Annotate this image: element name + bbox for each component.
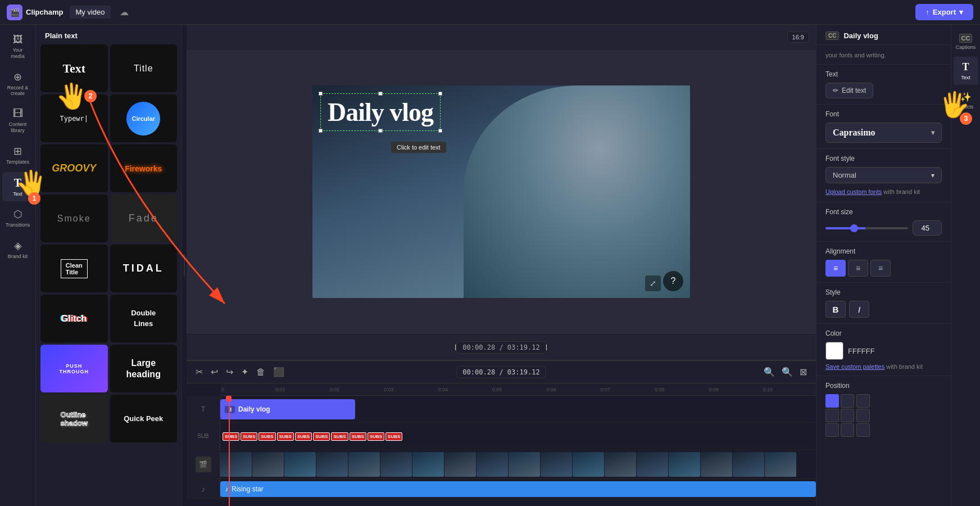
music-clip[interactable]: ♪ Rising star	[220, 481, 816, 497]
pos-btn-bc[interactable]	[841, 423, 854, 437]
video-preview[interactable]: Daily vlog Click to edit text ? ⤢ ›	[312, 85, 690, 298]
subs-block: SUBS SUBS SUBS SUBS SUBS SUBS SUBS SUBS …	[220, 426, 816, 446]
fit-button[interactable]: ⊠	[797, 364, 809, 379]
undo-button[interactable]: ↩	[208, 364, 220, 379]
template-groovy[interactable]: GROOVY	[40, 144, 108, 192]
delete-button[interactable]: 🗑	[254, 365, 267, 379]
template-quick-peek[interactable]: Quick Peek	[110, 395, 178, 442]
font-selector[interactable]: Caprasimo ▾	[825, 123, 942, 143]
sidebar-item-record-create[interactable]: ⊕ Record &create	[2, 66, 34, 102]
sidebar-item-your-media[interactable]: 🖼 Your media	[2, 29, 34, 64]
italic-button[interactable]: I	[849, 301, 869, 318]
template-fireworks[interactable]: Fireworks	[110, 144, 178, 192]
template-circular[interactable]: Circular	[110, 94, 178, 142]
template-glitch[interactable]: Glitch	[40, 295, 108, 342]
help-button[interactable]: ?	[663, 271, 683, 291]
scissors-button[interactable]: ✂	[193, 364, 205, 379]
text-track-label: T	[187, 396, 220, 422]
text-overlay[interactable]: Daily vlog	[320, 93, 441, 131]
music-track-row: ♪ ♪ Rising star	[187, 479, 816, 499]
expand-button[interactable]: ⤢	[645, 275, 661, 291]
text-label: Text	[825, 70, 942, 78]
style-section: Style B I	[816, 283, 951, 324]
zoom-in-button[interactable]: 🔍	[779, 364, 795, 379]
alignment-label: Alignment	[825, 247, 942, 255]
align-center-button[interactable]: ≡	[848, 260, 868, 277]
clip-right-handle[interactable]	[352, 399, 355, 419]
template-large-heading[interactable]: Largeheading	[110, 345, 178, 392]
video-thumb	[605, 452, 636, 477]
export-timeline-button[interactable]: ⬛	[271, 364, 287, 379]
props-icon-captions[interactable]: CC Captions	[954, 29, 978, 55]
export-icon: ↑	[925, 8, 929, 16]
props-icon-text[interactable]: T Text	[954, 57, 978, 85]
sidebar-item-text[interactable]: T Text	[2, 172, 34, 202]
redo-button[interactable]: ↪	[224, 364, 235, 379]
upload-fonts-link[interactable]: Upload custom fonts	[825, 188, 882, 195]
clip-left-handle[interactable]	[220, 399, 224, 419]
video-track-content[interactable]	[220, 450, 816, 478]
position-label: Position	[825, 382, 942, 390]
timeline: ✂ ↩ ↪ ✦ 🗑 ⬛ 00:00.28 / 03:19.12 🔍 🔍 ⊠	[187, 360, 816, 506]
pos-btn-bl[interactable]	[825, 423, 839, 437]
color-swatch[interactable]	[825, 342, 843, 360]
pos-btn-mc[interactable]	[841, 409, 854, 422]
style-buttons: B I	[825, 301, 942, 318]
template-outline-shadow[interactable]: Outlineshadow	[40, 395, 108, 442]
sidebar-item-templates[interactable]: ⊞ Templates	[2, 141, 34, 170]
panel-divider[interactable]	[182, 25, 187, 506]
cc-badge: CC	[825, 31, 839, 40]
font-style-selector[interactable]: Normal ▾	[825, 167, 942, 183]
video-thumb	[220, 452, 252, 477]
font-size-input[interactable]	[913, 220, 942, 236]
video-thumb	[252, 452, 284, 477]
text-clip[interactable]: ⏸ Daily vlog	[220, 399, 355, 419]
video-tab[interactable]: My video	[70, 6, 110, 19]
template-double-lines[interactable]: DoubleLines	[110, 295, 178, 342]
pos-btn-tl[interactable]	[825, 394, 839, 408]
template-text[interactable]: Text	[40, 44, 108, 92]
bold-button[interactable]: B	[825, 301, 846, 318]
video-thumb	[316, 452, 348, 477]
video-thumb	[637, 452, 668, 477]
pos-btn-tr[interactable]	[856, 394, 870, 408]
pencil-icon: ✏	[833, 87, 838, 94]
record-icon: ⊕	[13, 71, 22, 83]
export-button[interactable]: ↑ Export ▾	[915, 4, 973, 20]
sidebar-item-brand-kit[interactable]: ◈ Brand kit	[2, 235, 34, 264]
template-clean-title[interactable]: CleanTitle	[40, 245, 108, 292]
edit-tooltip: Click to edit text	[391, 142, 446, 153]
pos-btn-br[interactable]	[856, 423, 870, 437]
align-left-button[interactable]: ≡	[825, 260, 846, 277]
pos-btn-tc[interactable]	[841, 394, 854, 408]
template-fade[interactable]: Fade	[110, 195, 178, 242]
props-title: Daily vlog	[843, 31, 878, 40]
pos-btn-mr[interactable]	[856, 409, 870, 422]
template-push-through[interactable]: PUSHTHROUGH	[40, 345, 108, 392]
video-thumb	[765, 452, 796, 477]
text-track-row: T ⏸ Daily vlog	[187, 396, 816, 423]
pos-btn-ml[interactable]	[825, 409, 839, 422]
align-right-button[interactable]: ≡	[870, 260, 891, 277]
props-icon-effects[interactable]: ✨ Effects	[954, 87, 978, 114]
sidebar-item-transitions[interactable]: ⬡ Transitions	[2, 204, 34, 233]
app-name: Clipchamp	[26, 8, 63, 16]
edit-text-button[interactable]: ✏ Edit text	[825, 83, 873, 98]
canvas-wrapper: Daily vlog Click to edit text ? ⤢ ›	[187, 49, 816, 334]
font-size-slider[interactable]	[825, 227, 908, 229]
video-thumb	[701, 452, 732, 477]
alignment-section: Alignment ≡ ≡ ≡	[816, 242, 951, 283]
template-smoke[interactable]: Smoke	[40, 195, 108, 242]
split-button[interactable]: ✦	[239, 364, 251, 379]
zoom-out-button[interactable]: 🔍	[761, 364, 777, 379]
template-tidal[interactable]: TIDAL	[110, 245, 178, 292]
music-track-label: ♪	[187, 479, 220, 499]
template-title[interactable]: Title	[110, 44, 178, 92]
transitions-icon: ⬡	[13, 208, 22, 220]
position-section: Position	[816, 376, 951, 442]
app-logo[interactable]: 🎬 Clipchamp	[7, 4, 63, 20]
template-typewriter[interactable]: Typewr|	[40, 94, 108, 142]
save-palette-link[interactable]: Save custom palettes	[825, 363, 884, 370]
sidebar-item-content-library[interactable]: 🎞 Contentlibrary	[2, 103, 34, 138]
video-thumb	[669, 452, 700, 477]
